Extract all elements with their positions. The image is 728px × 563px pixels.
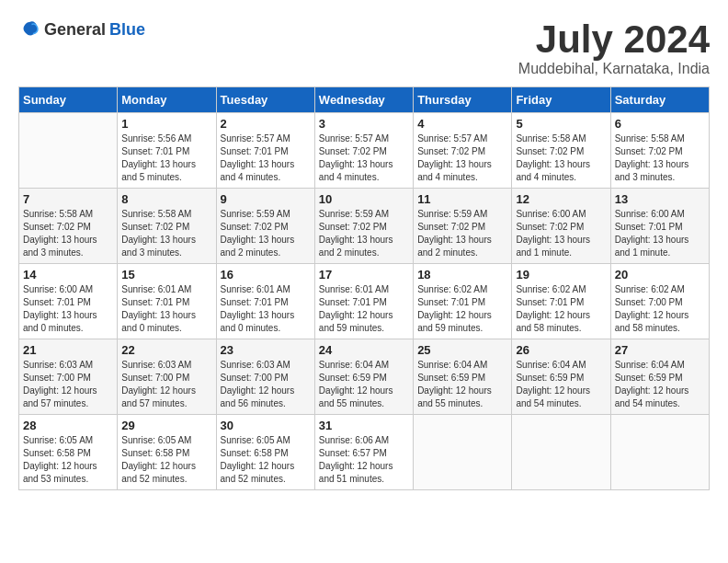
calendar-cell: 25Sunrise: 6:04 AM Sunset: 6:59 PM Dayli… xyxy=(414,339,512,415)
calendar-cell: 1Sunrise: 5:56 AM Sunset: 7:01 PM Daylig… xyxy=(118,113,216,189)
calendar-cell: 13Sunrise: 6:00 AM Sunset: 7:01 PM Dayli… xyxy=(610,189,709,264)
week-row-2: 7Sunrise: 5:58 AM Sunset: 7:02 PM Daylig… xyxy=(19,189,710,264)
cell-info-text: Sunrise: 5:59 AM Sunset: 7:02 PM Dayligh… xyxy=(417,208,507,259)
calendar-cell: 14Sunrise: 6:00 AM Sunset: 7:01 PM Dayli… xyxy=(19,264,118,339)
day-header-monday: Monday xyxy=(118,87,216,113)
cell-info-text: Sunrise: 6:03 AM Sunset: 7:00 PM Dayligh… xyxy=(121,359,211,410)
calendar-cell xyxy=(512,415,610,490)
calendar-cell: 19Sunrise: 6:02 AM Sunset: 7:01 PM Dayli… xyxy=(512,264,610,339)
cell-date-number: 5 xyxy=(516,117,606,131)
calendar-cell: 31Sunrise: 6:06 AM Sunset: 6:57 PM Dayli… xyxy=(314,415,413,490)
cell-info-text: Sunrise: 6:00 AM Sunset: 7:01 PM Dayligh… xyxy=(615,208,705,259)
cell-date-number: 3 xyxy=(319,117,409,131)
calendar-cell: 12Sunrise: 6:00 AM Sunset: 7:02 PM Dayli… xyxy=(512,189,610,264)
logo: General Blue xyxy=(18,18,145,40)
calendar-cell: 5Sunrise: 5:58 AM Sunset: 7:02 PM Daylig… xyxy=(512,113,610,189)
calendar-cell: 22Sunrise: 6:03 AM Sunset: 7:00 PM Dayli… xyxy=(118,339,216,415)
cell-info-text: Sunrise: 5:57 AM Sunset: 7:01 PM Dayligh… xyxy=(221,132,311,184)
cell-info-text: Sunrise: 5:56 AM Sunset: 7:01 PM Dayligh… xyxy=(121,132,211,184)
calendar-cell: 4Sunrise: 5:57 AM Sunset: 7:02 PM Daylig… xyxy=(414,113,512,189)
cell-info-text: Sunrise: 5:58 AM Sunset: 7:02 PM Dayligh… xyxy=(516,132,606,184)
cell-info-text: Sunrise: 6:06 AM Sunset: 6:57 PM Dayligh… xyxy=(319,434,409,486)
cell-info-text: Sunrise: 5:58 AM Sunset: 7:02 PM Dayligh… xyxy=(23,208,113,259)
calendar-cell xyxy=(19,113,118,189)
calendar-cell: 15Sunrise: 6:01 AM Sunset: 7:01 PM Dayli… xyxy=(118,264,216,339)
calendar-cell: 18Sunrise: 6:02 AM Sunset: 7:01 PM Dayli… xyxy=(414,264,512,339)
cell-date-number: 11 xyxy=(417,192,507,206)
cell-info-text: Sunrise: 6:00 AM Sunset: 7:01 PM Dayligh… xyxy=(23,283,113,335)
cell-date-number: 6 xyxy=(615,117,705,131)
week-row-4: 21Sunrise: 6:03 AM Sunset: 7:00 PM Dayli… xyxy=(19,339,710,415)
cell-date-number: 18 xyxy=(417,268,507,282)
cell-date-number: 26 xyxy=(516,343,606,357)
page-header: General Blue July 2024 Muddebihal, Karna… xyxy=(18,18,710,77)
day-header-thursday: Thursday xyxy=(414,87,512,113)
calendar-cell: 16Sunrise: 6:01 AM Sunset: 7:01 PM Dayli… xyxy=(216,264,314,339)
cell-date-number: 16 xyxy=(221,268,311,282)
calendar-cell: 21Sunrise: 6:03 AM Sunset: 7:00 PM Dayli… xyxy=(19,339,118,415)
calendar-cell: 29Sunrise: 6:05 AM Sunset: 6:58 PM Dayli… xyxy=(118,415,216,490)
cell-info-text: Sunrise: 6:04 AM Sunset: 6:59 PM Dayligh… xyxy=(319,359,409,410)
cell-info-text: Sunrise: 5:57 AM Sunset: 7:02 PM Dayligh… xyxy=(319,132,409,184)
cell-date-number: 24 xyxy=(319,343,409,357)
cell-date-number: 2 xyxy=(221,117,311,131)
week-row-3: 14Sunrise: 6:00 AM Sunset: 7:01 PM Dayli… xyxy=(19,264,710,339)
cell-date-number: 27 xyxy=(615,343,705,357)
cell-date-number: 21 xyxy=(23,343,113,357)
cell-date-number: 23 xyxy=(221,343,311,357)
cell-date-number: 4 xyxy=(417,117,507,131)
cell-info-text: Sunrise: 6:03 AM Sunset: 7:00 PM Dayligh… xyxy=(23,359,113,410)
cell-info-text: Sunrise: 6:02 AM Sunset: 7:01 PM Dayligh… xyxy=(417,283,507,335)
day-header-wednesday: Wednesday xyxy=(314,87,413,113)
cell-info-text: Sunrise: 6:05 AM Sunset: 6:58 PM Dayligh… xyxy=(23,434,113,486)
cell-date-number: 1 xyxy=(121,117,211,131)
cell-info-text: Sunrise: 6:02 AM Sunset: 7:01 PM Dayligh… xyxy=(516,283,606,335)
cell-date-number: 17 xyxy=(319,268,409,282)
cell-info-text: Sunrise: 6:04 AM Sunset: 6:59 PM Dayligh… xyxy=(417,359,507,410)
cell-date-number: 19 xyxy=(516,268,606,282)
day-header-saturday: Saturday xyxy=(610,87,709,113)
cell-info-text: Sunrise: 6:04 AM Sunset: 6:59 PM Dayligh… xyxy=(516,359,606,410)
main-title: July 2024 xyxy=(518,18,710,61)
cell-info-text: Sunrise: 5:59 AM Sunset: 7:02 PM Dayligh… xyxy=(221,208,311,259)
subtitle: Muddebihal, Karnataka, India xyxy=(518,61,710,77)
calendar-cell: 7Sunrise: 5:58 AM Sunset: 7:02 PM Daylig… xyxy=(19,189,118,264)
cell-info-text: Sunrise: 6:01 AM Sunset: 7:01 PM Dayligh… xyxy=(221,283,311,335)
cell-info-text: Sunrise: 6:03 AM Sunset: 7:00 PM Dayligh… xyxy=(221,359,311,410)
calendar-cell: 23Sunrise: 6:03 AM Sunset: 7:00 PM Dayli… xyxy=(216,339,314,415)
cell-date-number: 30 xyxy=(221,419,311,432)
cell-date-number: 22 xyxy=(121,343,211,357)
cell-date-number: 25 xyxy=(417,343,507,357)
calendar-cell: 28Sunrise: 6:05 AM Sunset: 6:58 PM Dayli… xyxy=(19,415,118,490)
cell-info-text: Sunrise: 6:01 AM Sunset: 7:01 PM Dayligh… xyxy=(319,283,409,335)
calendar-cell xyxy=(610,415,709,490)
day-header-tuesday: Tuesday xyxy=(216,87,314,113)
calendar-cell: 27Sunrise: 6:04 AM Sunset: 6:59 PM Dayli… xyxy=(610,339,709,415)
day-header-sunday: Sunday xyxy=(19,87,118,113)
cell-info-text: Sunrise: 6:04 AM Sunset: 6:59 PM Dayligh… xyxy=(615,359,705,410)
cell-date-number: 14 xyxy=(23,268,113,282)
calendar-header-row: SundayMondayTuesdayWednesdayThursdayFrid… xyxy=(19,87,710,113)
cell-date-number: 9 xyxy=(221,192,311,206)
cell-date-number: 10 xyxy=(319,192,409,206)
cell-info-text: Sunrise: 5:58 AM Sunset: 7:02 PM Dayligh… xyxy=(615,132,705,184)
calendar-cell: 3Sunrise: 5:57 AM Sunset: 7:02 PM Daylig… xyxy=(314,113,413,189)
cell-info-text: Sunrise: 6:05 AM Sunset: 6:58 PM Dayligh… xyxy=(221,434,311,486)
calendar-cell: 9Sunrise: 5:59 AM Sunset: 7:02 PM Daylig… xyxy=(216,189,314,264)
cell-info-text: Sunrise: 6:00 AM Sunset: 7:02 PM Dayligh… xyxy=(516,208,606,259)
cell-info-text: Sunrise: 5:57 AM Sunset: 7:02 PM Dayligh… xyxy=(417,132,507,184)
cell-date-number: 28 xyxy=(23,419,113,432)
calendar-cell xyxy=(414,415,512,490)
calendar-cell: 17Sunrise: 6:01 AM Sunset: 7:01 PM Dayli… xyxy=(314,264,413,339)
cell-date-number: 8 xyxy=(121,192,211,206)
title-area: July 2024 Muddebihal, Karnataka, India xyxy=(518,18,710,77)
cell-date-number: 29 xyxy=(121,419,211,432)
cell-info-text: Sunrise: 5:58 AM Sunset: 7:02 PM Dayligh… xyxy=(121,208,211,259)
week-row-1: 1Sunrise: 5:56 AM Sunset: 7:01 PM Daylig… xyxy=(19,113,710,189)
cell-date-number: 20 xyxy=(615,268,705,282)
calendar-cell: 8Sunrise: 5:58 AM Sunset: 7:02 PM Daylig… xyxy=(118,189,216,264)
calendar-table: SundayMondayTuesdayWednesdayThursdayFrid… xyxy=(18,86,710,490)
calendar-cell: 20Sunrise: 6:02 AM Sunset: 7:00 PM Dayli… xyxy=(610,264,709,339)
cell-info-text: Sunrise: 5:59 AM Sunset: 7:02 PM Dayligh… xyxy=(319,208,409,259)
cell-info-text: Sunrise: 6:02 AM Sunset: 7:00 PM Dayligh… xyxy=(615,283,705,335)
